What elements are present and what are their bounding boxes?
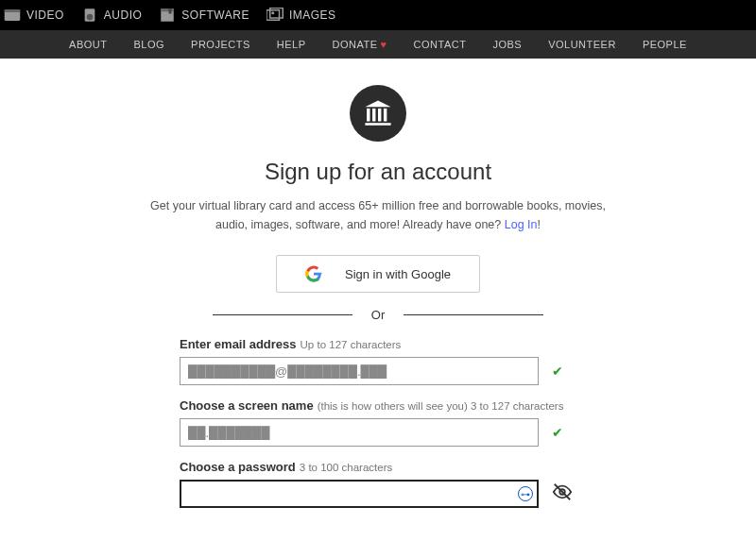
topbar-label: SOFTWARE — [181, 8, 249, 22]
software-icon — [159, 7, 176, 24]
toggle-password-visibility[interactable] — [552, 482, 573, 506]
svg-rect-12 — [372, 109, 375, 122]
nav-volunteer[interactable]: VOLUNTEER — [548, 39, 616, 50]
nav-people[interactable]: PEOPLE — [643, 39, 687, 50]
topbar-label: IMAGES — [289, 8, 336, 22]
google-signin-button[interactable]: Sign in with Google — [276, 255, 480, 293]
screenname-label: Choose a screen name(this is how others … — [180, 398, 576, 413]
topbar-item-video[interactable]: VIDEO — [4, 7, 64, 24]
signup-form: Enter email addressUp to 127 characters … — [180, 337, 576, 558]
audio-icon — [81, 7, 98, 24]
or-divider: Or — [194, 308, 562, 322]
archive-logo — [350, 85, 406, 142]
topbar-item-images[interactable]: IMAGES — [266, 7, 336, 24]
password-input[interactable] — [180, 480, 539, 508]
login-link[interactable]: Log In — [505, 218, 538, 231]
page-subtitle: Get your virtual library card and access… — [142, 196, 614, 234]
nav-jobs[interactable]: JOBS — [492, 39, 522, 50]
google-icon — [305, 265, 322, 282]
email-input[interactable] — [180, 357, 539, 385]
svg-rect-6 — [169, 8, 172, 13]
svg-rect-1 — [5, 9, 21, 12]
nav-help[interactable]: HELP — [277, 39, 306, 50]
svg-rect-13 — [378, 109, 381, 122]
svg-marker-10 — [365, 100, 390, 107]
check-icon: ✔ — [552, 364, 563, 379]
page-title: Sign up for an account — [123, 159, 633, 185]
nav-contact[interactable]: CONTACT — [414, 39, 467, 50]
topbar-label: VIDEO — [26, 8, 64, 22]
topbar-item-software[interactable]: SOFTWARE — [159, 7, 249, 24]
email-label: Enter email addressUp to 127 characters — [180, 337, 576, 351]
secondary-nav: ABOUT BLOG PROJECTS HELP DONATE♥ CONTACT… — [0, 30, 756, 59]
password-label: Choose a password3 to 100 characters — [180, 460, 576, 474]
svg-rect-11 — [367, 109, 369, 122]
topbar-label: AUDIO — [104, 8, 143, 22]
svg-rect-5 — [162, 8, 175, 11]
svg-point-3 — [87, 14, 94, 21]
heart-icon: ♥ — [381, 39, 387, 50]
topbar-item-audio[interactable]: AUDIO — [81, 7, 143, 24]
nav-projects[interactable]: PROJECTS — [191, 39, 250, 50]
google-button-label: Sign in with Google — [345, 267, 451, 281]
screenname-input[interactable] — [180, 418, 539, 447]
nav-blog[interactable]: BLOG — [133, 39, 164, 50]
top-media-bar: VIDEO AUDIO SOFTWARE IMAGES — [0, 0, 756, 30]
nav-about[interactable]: ABOUT — [69, 39, 107, 50]
svg-rect-15 — [365, 123, 390, 126]
images-icon — [266, 7, 284, 24]
check-icon: ✔ — [552, 425, 563, 440]
svg-point-9 — [271, 11, 274, 14]
nav-donate[interactable]: DONATE♥ — [332, 39, 387, 50]
video-icon — [4, 7, 21, 24]
svg-rect-14 — [384, 109, 387, 122]
